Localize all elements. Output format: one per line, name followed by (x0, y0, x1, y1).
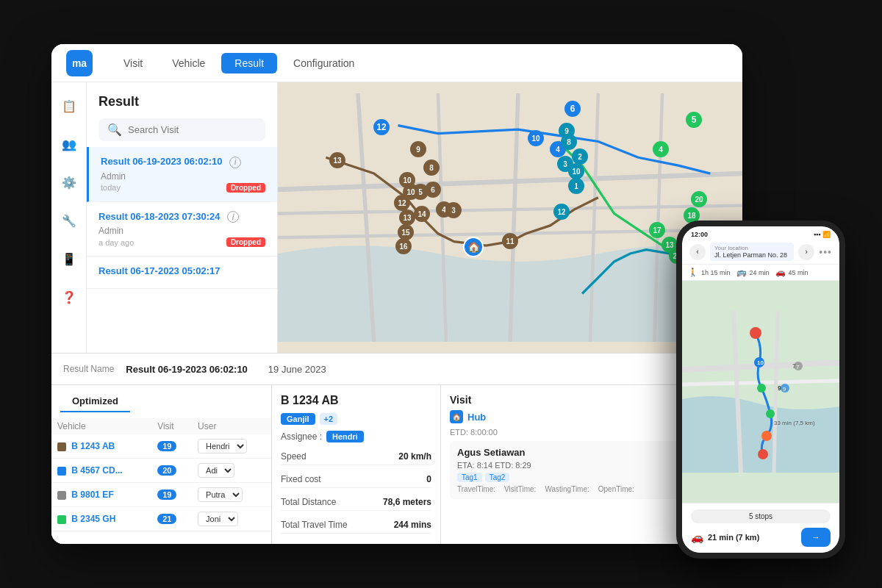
svg-point-7 (761, 431, 772, 441)
vehicle-detail-title: B 1234 AB (281, 394, 431, 407)
phone-bottom-row: 🚗 21 min (7 km) → (691, 528, 831, 547)
phone-signal: ▪▪▪ 📶 (814, 231, 831, 238)
hub-icon-map: 🏠 (463, 237, 484, 257)
table-row[interactable]: B 9801 EF 19 Putra (51, 483, 271, 507)
user-cell-1: Hendri (192, 434, 271, 459)
dropped-badge-1: Dropped (226, 183, 265, 193)
col-visit: Visit (151, 418, 192, 434)
left-panel-title: Result (98, 94, 265, 110)
sidebar-users-icon[interactable]: 👥 (57, 132, 81, 156)
pin-5-green: 5 (686, 112, 702, 128)
pin-12-blue: 12 (373, 119, 390, 135)
vehicle-dot-3 (57, 491, 66, 500)
transit-option[interactable]: 🚌 24 min (736, 268, 770, 277)
tab-vehicle[interactable]: Vehicle (159, 53, 218, 74)
result-item-3[interactable]: Result 06-17-2023 05:02:17 (87, 257, 277, 289)
tab-visit[interactable]: Visit (110, 53, 156, 74)
pin-9-teal: 9 (559, 123, 575, 139)
fixed-cost-value: 0 (426, 474, 431, 484)
table-row[interactable]: B 1243 AB 19 Hendri (51, 434, 271, 459)
result-date: 19 June 2023 (268, 364, 326, 375)
walk-option[interactable]: 🚶 1h 15 min (688, 268, 731, 277)
phone-arrow-btn[interactable]: › (798, 244, 814, 260)
sidebar-clipboard-icon[interactable]: 📋 (57, 94, 81, 118)
vehicle-link-3: B 9801 EF (71, 490, 113, 500)
user-cell-3: Putra (192, 483, 271, 507)
visit-cell-4: 21 (151, 507, 192, 531)
speed-row: Speed 20 km/h (281, 448, 431, 465)
tag-tag1: Tag1 (457, 473, 482, 482)
info-icon-2[interactable]: i (227, 211, 239, 223)
tag-tag2: Tag2 (485, 473, 510, 482)
user-select-2[interactable]: Adi (198, 463, 234, 478)
col-user: User (192, 418, 271, 434)
drive-icon: 🚗 (775, 268, 786, 277)
pin-10-blue: 10 (528, 130, 544, 146)
sidebar-help-icon[interactable]: ❓ (57, 285, 81, 309)
search-input[interactable] (128, 124, 257, 135)
map-background[interactable]: 12 13 9 8 10 5 6 12 13 14 10 4 3 15 16 (278, 82, 742, 353)
pin-12-teal: 12 (553, 204, 570, 220)
optimized-tab[interactable]: Optimized (60, 391, 130, 412)
result-item-2-user: Admin (98, 226, 265, 236)
open-time-col: OpenTime: (598, 485, 634, 493)
table-row[interactable]: B 4567 CD... 20 Adi (51, 459, 271, 483)
left-panel: Result 🔍 Result 06-19-2023 06:02:10 i Ad… (87, 82, 278, 353)
phone-menu-dots[interactable]: ••• (819, 246, 832, 258)
phone-time: 12:00 (691, 231, 708, 238)
vehicle-cell-4: B 2345 GH (51, 507, 151, 531)
table-row[interactable]: B 2345 GH 21 Joni (51, 507, 271, 531)
transport-bar: 🚶 1h 15 min 🚌 24 min 🚗 45 min (682, 265, 839, 281)
travel-time-value: 244 mins (394, 520, 431, 530)
svg-text:9: 9 (783, 386, 786, 392)
bottom-section: Result Name Result 06-19-2023 06:02:10 1… (51, 353, 742, 544)
vehicle-link-4: B 2345 GH (71, 514, 115, 524)
pin-17: 17 (649, 222, 665, 238)
phone-map-svg: 10 33 min (7,5 km) 9 9 7 7 (682, 281, 839, 503)
sidebar-settings-icon[interactable]: 🔧 (57, 209, 81, 232)
user-select-4[interactable]: Joni (198, 512, 238, 526)
tag-ganjil: Ganjil (281, 413, 315, 425)
pin-6-blue: 6 (564, 101, 581, 117)
svg-point-2 (750, 327, 761, 339)
search-box[interactable]: 🔍 (98, 118, 265, 141)
desktop-window: ma Visit Vehicle Result Configuration 📋 … (51, 44, 742, 544)
info-icon-1[interactable]: i (229, 157, 241, 168)
user-select-3[interactable]: Putra (198, 487, 243, 502)
svg-point-8 (758, 449, 768, 459)
walk-time: 1h 15 min (701, 269, 731, 276)
phone-device: 12:00 ▪▪▪ 📶 ‹ Your location Jl. Letjen P… (676, 220, 845, 559)
user-select-1[interactable]: Hendri (198, 439, 247, 453)
total-distance-label: Total Distance (281, 497, 336, 507)
result-item-1[interactable]: Result 06-19-2023 06:02:10 i Admin today… (87, 147, 277, 202)
visit-badge-1: 19 (157, 441, 176, 451)
result-item-1-meta: today Dropped (101, 183, 265, 193)
vehicle-dot-4 (57, 515, 66, 524)
vehicle-dot-1 (57, 442, 66, 451)
sidebar-phone-icon[interactable]: 📱 (57, 247, 81, 270)
phone-back-btn[interactable]: ‹ (689, 244, 706, 260)
phone-screen: 12:00 ▪▪▪ 📶 ‹ Your location Jl. Letjen P… (682, 226, 839, 553)
tab-result[interactable]: Result (221, 53, 277, 74)
drive-time-option: 45 min (789, 269, 808, 276)
sidebar-icons: 📋 👥 ⚙️ 🔧 📱 ❓ (51, 82, 87, 353)
phone-map[interactable]: 10 33 min (7,5 km) 9 9 7 7 (682, 281, 839, 503)
app-logo: ma (66, 50, 93, 76)
left-panel-header: Result 🔍 (87, 82, 277, 147)
travel-time-col: TravelTime: (457, 485, 495, 493)
result-item-1-user: Admin (101, 171, 265, 182)
speed-label: Speed (281, 451, 306, 462)
drive-option[interactable]: 🚗 45 min (775, 268, 808, 277)
tab-configuration[interactable]: Configuration (280, 53, 368, 74)
result-item-2-meta: a day ago Dropped (98, 237, 265, 247)
vehicle-dot-2 (57, 467, 66, 476)
result-item-2[interactable]: Result 06-18-2023 07:30:24 i Admin a day… (87, 202, 277, 257)
result-item-3-title: Result 06-17-2023 05:02:17 (98, 265, 265, 276)
pin-14: 14 (414, 206, 430, 222)
your-location-label: Your location (714, 245, 789, 251)
optimized-table: Vehicle Visit User B 1243 AB (51, 418, 271, 538)
go-button[interactable]: → (801, 528, 831, 547)
sidebar-gear-icon[interactable]: ⚙️ (57, 171, 81, 194)
vehicle-cell-3: B 9801 EF (51, 483, 151, 507)
vehicle-link-1: B 1243 AB (71, 441, 115, 451)
